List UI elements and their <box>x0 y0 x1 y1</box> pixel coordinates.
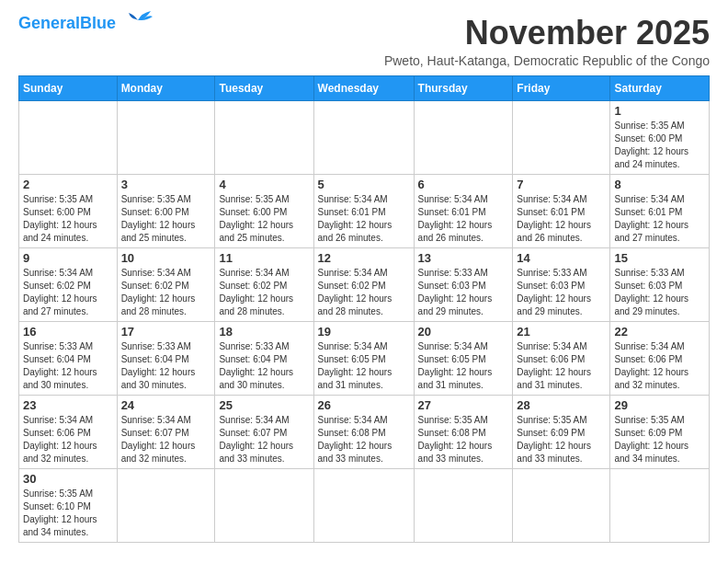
day-info: Sunrise: 5:34 AM Sunset: 6:01 PM Dayligh… <box>418 193 509 245</box>
weekday-header-friday: Friday <box>513 75 610 100</box>
day-info: Sunrise: 5:35 AM Sunset: 6:00 PM Dayligh… <box>23 193 113 245</box>
day-cell: 9Sunrise: 5:34 AM Sunset: 6:02 PM Daylig… <box>19 247 118 321</box>
day-cell: 7Sunrise: 5:34 AM Sunset: 6:01 PM Daylig… <box>513 174 610 247</box>
day-info: Sunrise: 5:35 AM Sunset: 6:10 PM Dayligh… <box>23 488 113 539</box>
weekday-header-wednesday: Wednesday <box>313 75 414 100</box>
day-info: Sunrise: 5:34 AM Sunset: 6:06 PM Dayligh… <box>517 340 606 392</box>
day-cell: 19Sunrise: 5:34 AM Sunset: 6:05 PM Dayli… <box>313 321 414 395</box>
subtitle: Pweto, Haut-Katanga, Democratic Republic… <box>384 53 710 68</box>
day-cell: 3Sunrise: 5:35 AM Sunset: 6:00 PM Daylig… <box>117 174 215 247</box>
calendar-table: SundayMondayTuesdayWednesdayThursdayFrid… <box>18 75 710 543</box>
day-number: 6 <box>418 178 509 191</box>
weekday-header-monday: Monday <box>117 75 215 100</box>
day-info: Sunrise: 5:35 AM Sunset: 6:08 PM Dayligh… <box>418 414 509 465</box>
day-number: 14 <box>517 251 606 265</box>
day-number: 22 <box>614 325 705 339</box>
day-cell <box>414 100 513 174</box>
day-cell: 18Sunrise: 5:33 AM Sunset: 6:04 PM Dayli… <box>215 321 313 395</box>
day-number: 30 <box>23 472 113 486</box>
day-number: 17 <box>121 325 211 339</box>
weekday-header-tuesday: Tuesday <box>215 75 313 100</box>
day-info: Sunrise: 5:35 AM Sunset: 6:09 PM Dayligh… <box>614 414 705 465</box>
day-number: 8 <box>614 178 705 191</box>
day-cell: 12Sunrise: 5:34 AM Sunset: 6:02 PM Dayli… <box>313 247 414 321</box>
day-number: 18 <box>219 325 309 339</box>
day-number: 2 <box>23 178 113 191</box>
day-number: 25 <box>219 398 309 412</box>
day-cell: 8Sunrise: 5:34 AM Sunset: 6:01 PM Daylig… <box>610 174 710 247</box>
day-number: 24 <box>121 398 211 412</box>
day-number: 10 <box>121 251 211 265</box>
week-row-1: 2Sunrise: 5:35 AM Sunset: 6:00 PM Daylig… <box>19 174 710 247</box>
day-cell: 24Sunrise: 5:34 AM Sunset: 6:07 PM Dayli… <box>117 395 215 468</box>
day-info: Sunrise: 5:34 AM Sunset: 6:01 PM Dayligh… <box>517 193 606 245</box>
day-number: 28 <box>517 398 606 412</box>
day-cell: 6Sunrise: 5:34 AM Sunset: 6:01 PM Daylig… <box>414 174 513 247</box>
day-cell: 21Sunrise: 5:34 AM Sunset: 6:06 PM Dayli… <box>513 321 610 395</box>
logo-bird-icon <box>121 7 154 33</box>
month-title: November 2025 <box>384 15 710 52</box>
weekday-header-thursday: Thursday <box>414 75 513 100</box>
day-info: Sunrise: 5:33 AM Sunset: 6:03 PM Dayligh… <box>418 267 509 318</box>
day-cell: 22Sunrise: 5:34 AM Sunset: 6:06 PM Dayli… <box>610 321 710 395</box>
day-cell: 30Sunrise: 5:35 AM Sunset: 6:10 PM Dayli… <box>19 468 118 542</box>
day-cell <box>19 100 118 174</box>
day-cell: 20Sunrise: 5:34 AM Sunset: 6:05 PM Dayli… <box>414 321 513 395</box>
day-cell: 14Sunrise: 5:33 AM Sunset: 6:03 PM Dayli… <box>513 247 610 321</box>
day-cell: 17Sunrise: 5:33 AM Sunset: 6:04 PM Dayli… <box>117 321 215 395</box>
week-row-0: 1Sunrise: 5:35 AM Sunset: 6:00 PM Daylig… <box>19 100 710 174</box>
day-cell: 5Sunrise: 5:34 AM Sunset: 6:01 PM Daylig… <box>313 174 414 247</box>
day-info: Sunrise: 5:35 AM Sunset: 6:09 PM Dayligh… <box>517 414 606 465</box>
day-info: Sunrise: 5:33 AM Sunset: 6:04 PM Dayligh… <box>23 340 113 392</box>
day-info: Sunrise: 5:33 AM Sunset: 6:03 PM Dayligh… <box>614 267 705 318</box>
day-number: 15 <box>614 251 705 265</box>
day-number: 5 <box>318 178 410 191</box>
day-info: Sunrise: 5:34 AM Sunset: 6:05 PM Dayligh… <box>318 340 410 392</box>
day-info: Sunrise: 5:34 AM Sunset: 6:08 PM Dayligh… <box>318 414 410 465</box>
day-number: 3 <box>121 178 211 191</box>
day-cell: 1Sunrise: 5:35 AM Sunset: 6:00 PM Daylig… <box>610 100 710 174</box>
day-number: 27 <box>418 398 509 412</box>
day-info: Sunrise: 5:34 AM Sunset: 6:06 PM Dayligh… <box>23 414 113 465</box>
day-info: Sunrise: 5:34 AM Sunset: 6:07 PM Dayligh… <box>121 414 211 465</box>
day-cell: 25Sunrise: 5:34 AM Sunset: 6:07 PM Dayli… <box>215 395 313 468</box>
weekday-header-saturday: Saturday <box>610 75 710 100</box>
day-cell: 29Sunrise: 5:35 AM Sunset: 6:09 PM Dayli… <box>610 395 710 468</box>
logo-area: GeneralBlue <box>18 15 154 33</box>
day-number: 1 <box>614 104 705 118</box>
day-info: Sunrise: 5:34 AM Sunset: 6:02 PM Dayligh… <box>318 267 410 318</box>
day-cell: 27Sunrise: 5:35 AM Sunset: 6:08 PM Dayli… <box>414 395 513 468</box>
day-number: 12 <box>318 251 410 265</box>
day-cell <box>313 468 414 542</box>
day-info: Sunrise: 5:34 AM Sunset: 6:02 PM Dayligh… <box>121 267 211 318</box>
title-area: November 2025 Pweto, Haut-Katanga, Democ… <box>384 15 710 68</box>
day-cell <box>513 100 610 174</box>
day-info: Sunrise: 5:33 AM Sunset: 6:03 PM Dayligh… <box>517 267 606 318</box>
day-cell: 28Sunrise: 5:35 AM Sunset: 6:09 PM Dayli… <box>513 395 610 468</box>
day-number: 7 <box>517 178 606 191</box>
day-info: Sunrise: 5:35 AM Sunset: 6:00 PM Dayligh… <box>614 120 705 171</box>
day-cell: 26Sunrise: 5:34 AM Sunset: 6:08 PM Dayli… <box>313 395 414 468</box>
day-info: Sunrise: 5:34 AM Sunset: 6:02 PM Dayligh… <box>23 267 113 318</box>
day-number: 29 <box>614 398 705 412</box>
day-cell: 15Sunrise: 5:33 AM Sunset: 6:03 PM Dayli… <box>610 247 710 321</box>
day-number: 16 <box>23 325 113 339</box>
week-row-2: 9Sunrise: 5:34 AM Sunset: 6:02 PM Daylig… <box>19 247 710 321</box>
day-number: 13 <box>418 251 509 265</box>
logo-blue: Blue <box>80 14 116 32</box>
day-number: 11 <box>219 251 309 265</box>
day-cell <box>215 100 313 174</box>
day-number: 4 <box>219 178 309 191</box>
logo-general: General <box>18 14 80 32</box>
day-cell: 10Sunrise: 5:34 AM Sunset: 6:02 PM Dayli… <box>117 247 215 321</box>
day-cell <box>117 468 215 542</box>
day-cell <box>117 100 215 174</box>
day-cell: 11Sunrise: 5:34 AM Sunset: 6:02 PM Dayli… <box>215 247 313 321</box>
day-cell: 13Sunrise: 5:33 AM Sunset: 6:03 PM Dayli… <box>414 247 513 321</box>
day-number: 19 <box>318 325 410 339</box>
day-cell <box>215 468 313 542</box>
day-cell: 16Sunrise: 5:33 AM Sunset: 6:04 PM Dayli… <box>19 321 118 395</box>
day-info: Sunrise: 5:33 AM Sunset: 6:04 PM Dayligh… <box>121 340 211 392</box>
day-cell <box>313 100 414 174</box>
day-info: Sunrise: 5:34 AM Sunset: 6:06 PM Dayligh… <box>614 340 705 392</box>
